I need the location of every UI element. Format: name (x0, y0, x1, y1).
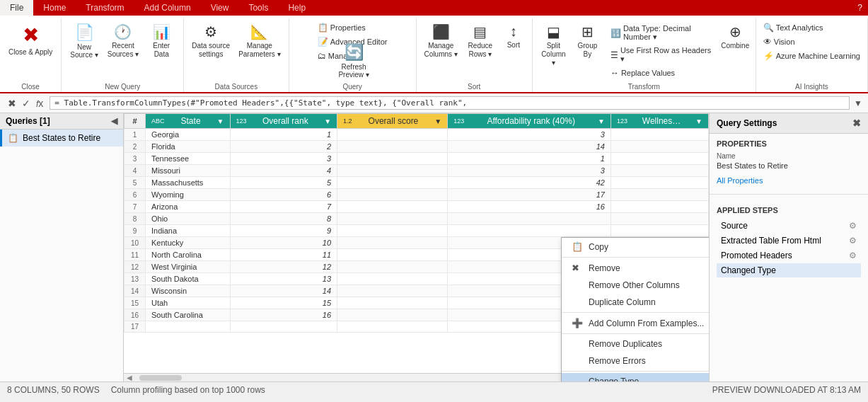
reduce-rows-button[interactable]: ▤ ReduceRows ▾ (463, 21, 498, 61)
right-panel: Query Settings ✖ PROPERTIES Name Best St… (709, 113, 868, 381)
reduce-rows-icon: ▤ (473, 23, 487, 40)
applied-steps-section: APPLIED STEPS Source ⚙ Extracted Table F… (710, 200, 868, 283)
state-cell: Missouri (146, 165, 231, 177)
ctx-divider-1 (562, 257, 709, 258)
ctx-divider-4 (562, 371, 709, 372)
ribbon-group-new-query: 📄 NewSource ▾ 🕐 RecentSources ▾ 📊 EnterD… (62, 18, 184, 92)
vision-icon: 👁 (763, 37, 772, 47)
step-source-label: Source (721, 221, 748, 231)
ctx-duplicate[interactable]: Duplicate Column (562, 294, 709, 311)
data-source-settings-label: Data sourcesettings (192, 42, 230, 59)
right-panel-title: Query Settings (717, 118, 777, 128)
step-extracted-table[interactable]: Extracted Table From Html ⚙ (717, 234, 861, 248)
ctx-remove-other[interactable]: Remove Other Columns (562, 277, 709, 294)
step-extracted-gear[interactable]: ⚙ (849, 236, 857, 246)
properties-section: PROPERTIES Name Best States to Retire Al… (710, 134, 868, 191)
wellness-cell (611, 213, 708, 225)
tab-home[interactable]: Home (33, 0, 76, 16)
score-cell (337, 261, 448, 273)
query-name-value: Best States to Retire (717, 161, 861, 170)
right-panel-close-button[interactable]: ✖ (852, 117, 861, 129)
tab-bar: File Home Transform Add Column View Tool… (0, 0, 868, 16)
ctx-change-type[interactable]: Change Type ▶ (562, 373, 709, 381)
row-num-cell: 1 (125, 129, 146, 141)
azure-ml-button[interactable]: ⚡ Azure Machine Learning (760, 50, 863, 62)
wellness-cell (611, 129, 708, 141)
ctx-remove-duplicates[interactable]: Remove Duplicates (562, 335, 709, 352)
ctx-remove[interactable]: ✖ Remove (562, 259, 709, 277)
manage-parameters-label: ManageParameters ▾ (238, 42, 280, 59)
data-sources-group-label: Data Sources (215, 81, 258, 91)
text-analytics-icon: 🔍 (763, 23, 774, 33)
col-header-state[interactable]: ABC State ▼ (146, 114, 231, 129)
step-promoted-headers[interactable]: Promoted Headers ⚙ (717, 248, 861, 263)
step-source[interactable]: Source ⚙ (717, 219, 861, 233)
enter-data-button[interactable]: 📊 EnterData (144, 21, 179, 61)
recent-sources-button[interactable]: 🕐 RecentSources ▾ (104, 21, 142, 61)
tab-transform[interactable]: Transform (76, 0, 134, 16)
col-header-rownum: # (125, 114, 146, 129)
combine-button[interactable]: ⊕ Combine (719, 21, 751, 52)
formula-expand-icon[interactable]: ▼ (854, 98, 862, 108)
step-source-gear[interactable]: ⚙ (849, 221, 857, 231)
tab-add-column[interactable]: Add Column (134, 0, 201, 16)
tab-view[interactable]: View (201, 0, 239, 16)
split-column-button[interactable]: ⬓ SplitColumn ▾ (537, 21, 570, 69)
group-by-button[interactable]: ⊞ GroupBy (572, 21, 603, 61)
tab-tools[interactable]: Tools (238, 0, 278, 16)
step-changed-type[interactable]: Changed Type (717, 263, 861, 277)
queries-panel: Queries [1] ◀ 📋 Best States to Retire (0, 113, 124, 381)
col-header-affordability[interactable]: 123 Affordability rank (40%) ▼ (448, 114, 611, 129)
col-header-wellness[interactable]: 123 Wellnes… ▼ (611, 114, 708, 129)
rank-cell: 5 (230, 177, 337, 189)
manage-columns-button[interactable]: ⬛ ManageColumns ▾ (421, 21, 461, 61)
ctx-remove-errors[interactable]: Remove Errors (562, 352, 709, 369)
table-row: 1Georgia13 (125, 129, 709, 141)
formula-input[interactable] (50, 96, 850, 110)
ctx-copy[interactable]: 📋 Copy (562, 238, 709, 255)
step-promoted-gear[interactable]: ⚙ (849, 251, 857, 260)
replace-values-ribbon-button[interactable]: ↔ Replace Values (608, 67, 715, 79)
col-afford-dropdown[interactable]: ▼ (598, 117, 605, 125)
manage-parameters-button[interactable]: 📐 ManageParameters ▾ (235, 21, 284, 61)
col-state-dropdown[interactable]: ▼ (217, 117, 224, 125)
state-cell: North Carolina (146, 249, 231, 261)
rank-cell (230, 321, 337, 333)
close-apply-button[interactable]: ✖ Close & Apply (4, 21, 57, 58)
rank-cell: 3 (230, 153, 337, 165)
tab-file[interactable]: File (0, 0, 33, 16)
rank-cell: 9 (230, 225, 337, 237)
col-header-overall-score[interactable]: 1.2 Overall score ▼ (337, 114, 448, 129)
sort-button[interactable]: ↕ Sort (499, 21, 528, 52)
wellness-cell (611, 225, 708, 237)
col-score-dropdown[interactable]: ▼ (434, 117, 441, 125)
col-header-overall-rank[interactable]: 123 Overall rank ▼ (230, 114, 337, 129)
col-rank-label: Overall rank (262, 116, 308, 126)
scroll-thumb[interactable] (139, 375, 182, 381)
formula-cancel-button[interactable]: ✖ (6, 97, 18, 110)
ribbon-group-sort: ⬛ ManageColumns ▾ ▤ ReduceRows ▾ ↕ Sort … (417, 18, 533, 92)
all-properties-link[interactable]: All Properties (717, 176, 763, 185)
refresh-preview-button[interactable]: 🔄 RefreshPreview ▾ (334, 41, 373, 81)
score-cell (337, 129, 448, 141)
formula-confirm-button[interactable]: ✓ (20, 97, 33, 110)
help-icon[interactable]: ? (857, 3, 862, 13)
use-first-row-button[interactable]: ☰ Use First Row as Headers ▾ (608, 45, 715, 65)
queries-collapse-button[interactable]: ◀ (111, 116, 117, 126)
status-preview-time: PREVIEW DOWNLOADED AT 8:13 AM (712, 385, 861, 395)
vision-button[interactable]: 👁 Vision (760, 35, 798, 48)
query-item-best-states[interactable]: 📋 Best States to Retire (0, 130, 123, 147)
ctx-add-from-examples[interactable]: ➕ Add Column From Examples... (562, 314, 709, 332)
new-source-label: NewSource ▾ (70, 43, 98, 59)
col-rank-dropdown[interactable]: ▼ (324, 117, 331, 125)
table-row: 7Arizona716 (125, 201, 709, 213)
tab-help[interactable]: Help (278, 0, 316, 16)
data-type-button[interactable]: 🔢 Data Type: Decimal Number ▾ (608, 23, 715, 43)
new-source-button[interactable]: 📄 NewSource ▾ (66, 21, 102, 61)
data-source-settings-button[interactable]: ⚙ Data sourcesettings (188, 21, 233, 61)
score-cell (337, 273, 448, 285)
properties-button[interactable]: 📋 Properties (315, 21, 369, 34)
combine-label: Combine (721, 42, 749, 50)
col-wellness-dropdown[interactable]: ▼ (695, 117, 702, 125)
text-analytics-button[interactable]: 🔍 Text Analytics (760, 21, 826, 34)
